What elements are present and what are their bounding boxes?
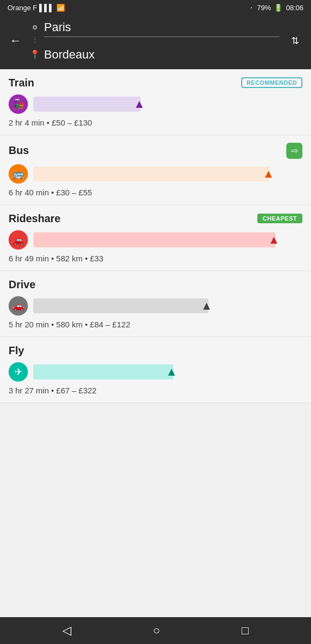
card-header-fly: Fly: [9, 345, 302, 357]
transport-card-drive[interactable]: Drive 🚗 ▲ 5 hr 20 min • 580 km • £84 – £…: [0, 271, 311, 337]
transport-card-train[interactable]: Train RECOMMENDED 🚂 ▲ 2 hr 4 min • £50 –…: [0, 69, 311, 135]
transport-card-rideshare[interactable]: Rideshare CHEAPEST 🚗 ▲ 6 hr 49 min • 582…: [0, 205, 311, 271]
dots-middle: ⋮: [31, 34, 39, 46]
details-arrow-icon[interactable]: ⇨: [286, 143, 302, 159]
destination-pin-icon: 📍: [30, 49, 40, 60]
fly-mode-icon: ✈: [15, 366, 23, 378]
status-right: ⬝ 79% 🔋 08:06: [249, 4, 303, 12]
transport-name-rideshare: Rideshare: [9, 213, 61, 225]
header: ← Paris ⋮ 📍 Bordeaux ⇅: [0, 15, 311, 69]
progress-bar-wrap-bus: ▲: [33, 166, 302, 181]
progress-bar-wrap-train: ▲: [33, 97, 302, 112]
transport-details-train: 2 hr 4 min • £50 – £130: [9, 118, 302, 127]
status-bar: Orange F ▌▌▌ 📶 ⬝ 79% 🔋 08:06: [0, 0, 311, 15]
bottom-navigation: ◁ ○ □: [0, 617, 311, 644]
train-mode-icon: 🚂: [12, 98, 24, 110]
recommended-badge: RECOMMENDED: [241, 77, 302, 88]
from-dot: [33, 25, 37, 30]
progress-row-fly: ✈ ▲: [9, 362, 302, 382]
progress-row-drive: 🚗 ▲: [9, 296, 302, 316]
carrier-label: Orange F: [8, 4, 37, 12]
rideshare-icon-circle: 🚗: [9, 230, 28, 250]
fly-icon-circle: ✈: [9, 362, 28, 382]
progress-row-bus: 🚌 ▲: [9, 164, 302, 184]
transport-details-rideshare: 6 hr 49 min • 582 km • £33: [9, 254, 302, 263]
transport-card-fly[interactable]: Fly ✈ ▲ 3 hr 27 min • £67 – £322: [0, 337, 311, 403]
progress-bar-fill-bus: [33, 166, 270, 181]
progress-triangle-bus: ▲: [263, 167, 274, 181]
nav-home-button[interactable]: ○: [146, 620, 168, 641]
nav-back-button[interactable]: ◁: [55, 620, 79, 641]
cheapest-badge: CHEAPEST: [257, 214, 302, 223]
progress-bar-wrap-rideshare: ▲: [33, 232, 302, 247]
progress-row-train: 🚂 ▲: [9, 94, 302, 114]
nav-recent-button[interactable]: □: [234, 620, 256, 641]
transport-details-fly: 3 hr 27 min • £67 – £322: [9, 386, 302, 395]
back-button[interactable]: ←: [8, 32, 24, 50]
progress-bar-wrap-fly: ▲: [33, 364, 302, 379]
progress-bar-fill-train: [33, 97, 141, 112]
route-dots-col: [31, 24, 39, 31]
route-divider: [44, 36, 279, 37]
progress-triangle-rideshare: ▲: [268, 233, 280, 247]
to-pin-col: 📍: [31, 48, 39, 61]
status-left: Orange F ▌▌▌ 📶: [8, 4, 65, 12]
transport-name-bus: Bus: [9, 144, 29, 157]
progress-bar-fill-rideshare: [33, 232, 276, 247]
card-header-train: Train RECOMMENDED: [9, 77, 302, 89]
transport-card-bus[interactable]: Bus ⇨ 🚌 ▲ 6 hr 40 min • £30 – £55: [0, 135, 311, 205]
bus-icon-circle: 🚌: [9, 164, 28, 184]
train-icon-circle: 🚂: [9, 94, 28, 114]
to-city[interactable]: Bordeaux: [44, 48, 279, 62]
route-info: Paris ⋮ 📍 Bordeaux: [31, 20, 279, 62]
card-header-rideshare: Rideshare CHEAPEST: [9, 213, 302, 225]
progress-triangle-drive: ▲: [201, 299, 213, 313]
time-label: 08:06: [286, 4, 303, 12]
transport-details-drive: 5 hr 20 min • 580 km • £84 – £122: [9, 320, 302, 329]
progress-bar-fill-drive: [33, 298, 208, 313]
rideshare-mode-icon: 🚗: [12, 234, 24, 246]
bluetooth-icon: ⬝: [249, 4, 254, 12]
transport-list: Train RECOMMENDED 🚂 ▲ 2 hr 4 min • £50 –…: [0, 69, 311, 617]
card-header-bus: Bus ⇨: [9, 143, 302, 159]
bus-mode-icon: 🚌: [12, 168, 24, 180]
signal-icon: ▌▌▌: [39, 4, 54, 12]
drive-mode-icon: 🚗: [12, 300, 24, 312]
transport-name-train: Train: [9, 77, 34, 89]
swap-button[interactable]: ⇅: [287, 33, 303, 49]
progress-triangle-train: ▲: [133, 97, 145, 111]
battery-label: 79%: [257, 4, 271, 12]
progress-row-rideshare: 🚗 ▲: [9, 230, 302, 250]
progress-triangle-fly: ▲: [166, 365, 178, 379]
from-city[interactable]: Paris: [44, 20, 279, 34]
to-row: 📍 Bordeaux: [31, 48, 279, 62]
from-row: Paris: [31, 20, 279, 34]
battery-icon: 🔋: [274, 4, 283, 12]
progress-bar-wrap-drive: ▲: [33, 298, 302, 313]
progress-bar-fill-fly: [33, 364, 173, 379]
card-header-drive: Drive: [9, 279, 302, 291]
transport-name-fly: Fly: [9, 345, 24, 357]
transport-name-drive: Drive: [9, 279, 35, 291]
drive-icon-circle: 🚗: [9, 296, 28, 316]
wifi-icon: 📶: [56, 4, 65, 12]
transport-details-bus: 6 hr 40 min • £30 – £55: [9, 188, 302, 197]
